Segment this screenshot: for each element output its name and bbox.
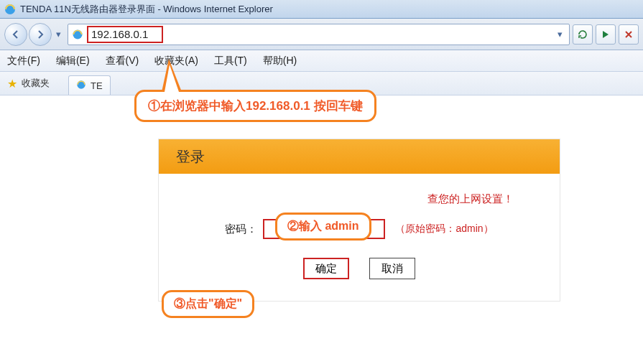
back-button[interactable] [4, 23, 27, 46]
callout-step-3: ③点击"确定" [162, 290, 254, 318]
nav-bar: ▾ ▾ [0, 19, 643, 50]
page-icon [71, 28, 84, 41]
page-content: 登录 查您的上网设置！ 密码： （原始密码：admin） 确定 取消 [0, 95, 643, 316]
stop-button[interactable] [619, 24, 639, 45]
go-button[interactable] [596, 24, 616, 45]
menu-tools[interactable]: 工具(T) [214, 55, 247, 67]
menu-edit[interactable]: 编辑(E) [56, 55, 90, 67]
login-title: 登录 [176, 147, 205, 167]
url-input[interactable] [88, 27, 553, 42]
login-instruction: 查您的上网设置！ [176, 192, 542, 206]
menu-bar: 文件(F) 编辑(E) 查看(V) 收藏夹(A) 工具(T) 帮助(H) [0, 50, 643, 72]
callout-3-text: ③点击"确定" [174, 297, 242, 309]
address-bar[interactable]: ▾ [68, 24, 570, 45]
password-hint: （原始密码：admin） [395, 223, 493, 235]
browser-tab[interactable]: TE [68, 75, 111, 95]
tab-label: TE [91, 80, 103, 91]
refresh-button[interactable] [573, 24, 593, 45]
callout-step-2: ②输入 admin [275, 213, 371, 241]
window-title-bar: TENDA 11N无线路由器登录界面 - Windows Internet Ex… [0, 0, 643, 19]
star-icon: ★ [7, 77, 17, 90]
login-instruction-text: 查您的上网设置！ [427, 192, 514, 205]
svg-point-1 [73, 29, 83, 39]
ok-button[interactable]: 确定 [303, 258, 349, 279]
button-row: 确定 取消 [176, 258, 542, 279]
favorites-label[interactable]: 收藏夹 [22, 77, 50, 90]
cancel-button[interactable]: 取消 [369, 258, 415, 279]
nav-history-dropdown[interactable]: ▾ [53, 26, 63, 43]
window-title: TENDA 11N无线路由器登录界面 - Windows Internet Ex… [20, 3, 273, 16]
menu-view[interactable]: 查看(V) [106, 55, 139, 67]
menu-file[interactable]: 文件(F) [7, 55, 40, 67]
callout-1-text: ①在浏览器中输入192.168.0.1 按回车键 [148, 99, 363, 113]
address-dropdown[interactable]: ▾ [553, 24, 566, 45]
ie-icon [4, 4, 16, 15]
ie-icon [76, 80, 86, 92]
password-label: 密码： [225, 223, 257, 236]
login-header: 登录 [159, 139, 560, 174]
svg-point-2 [77, 80, 85, 88]
callout-2-text: ②输入 admin [287, 220, 359, 232]
forward-button[interactable] [29, 23, 52, 46]
callout-step-1: ①在浏览器中输入192.168.0.1 按回车键 [134, 90, 376, 122]
menu-help[interactable]: 帮助(H) [263, 55, 297, 67]
